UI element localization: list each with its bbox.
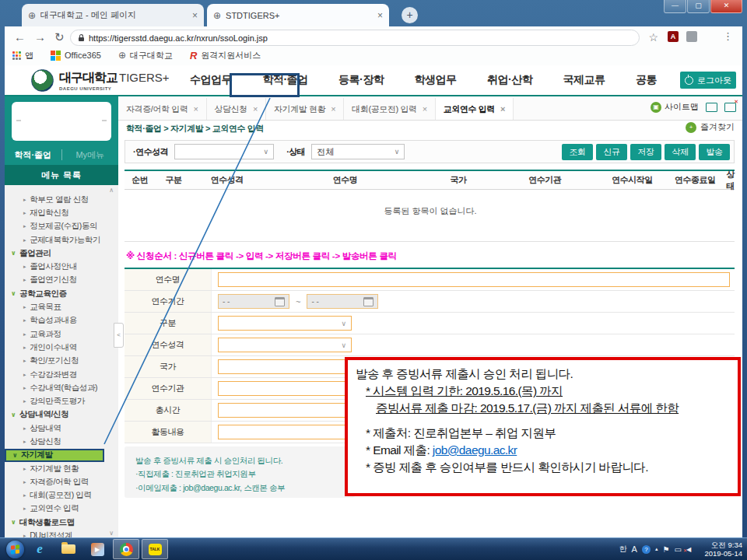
sidebar-item[interactable]: ▸졸업연기신청 xyxy=(5,274,118,287)
sidebar-tab-records[interactable]: 학적·졸업 xyxy=(5,145,61,165)
sidebar-item[interactable]: ▸학습성과내용 xyxy=(5,314,118,327)
taskbar-chrome-icon[interactable] xyxy=(113,539,139,559)
maximize-button[interactable]: ▢ xyxy=(687,0,710,13)
logout-button[interactable]: 로그아웃 xyxy=(680,72,736,89)
tab-external-training-input[interactable]: 교외연수 입력× xyxy=(436,98,514,120)
sidebar-collapse-handle[interactable]: < xyxy=(114,323,124,348)
taskbar-mediaplayer-icon[interactable]: ▶ xyxy=(84,539,110,559)
taskbar-ie-icon[interactable]: e xyxy=(26,539,53,559)
scroll-down-icon[interactable]: ∨ xyxy=(109,530,114,537)
status-filter-select[interactable]: 전체 ∨ xyxy=(311,144,405,159)
close-window-button[interactable]: ✕ xyxy=(710,0,742,13)
reload-icon[interactable]: ↻ xyxy=(54,30,65,44)
sidebar-category[interactable]: ∨공학교육인증 xyxy=(5,287,118,300)
sidebar-item[interactable]: ▸상담내역 xyxy=(5,422,118,435)
sidebar-category[interactable]: ∨상담내역/신청 xyxy=(5,408,118,422)
ime-korean-icon[interactable]: 한 xyxy=(619,544,627,555)
browser-menu-icon[interactable]: ⋮ xyxy=(723,30,733,42)
nav-item-registration[interactable]: 등록·장학 xyxy=(338,73,384,87)
sidebar-item[interactable]: ▸정보제공(수집)동의 xyxy=(5,220,118,233)
new-button[interactable]: 신규 xyxy=(596,144,627,160)
bookmark-apps[interactable]: 앱 xyxy=(12,50,33,61)
address-bar[interactable]: https://tigersstd.daegu.ac.kr/nxrun/ssoL… xyxy=(70,30,640,46)
volume-muted-icon[interactable]: ▶ xyxy=(686,546,691,553)
close-all-windows-icon[interactable] xyxy=(724,103,736,112)
new-tab-button[interactable]: + xyxy=(402,7,418,23)
close-tab-icon[interactable]: × xyxy=(423,104,427,114)
sidebar-item[interactable]: ▸졸업사정안내 xyxy=(5,260,118,273)
network-icon[interactable]: ▭ xyxy=(674,545,681,554)
ime-latin-icon[interactable]: A xyxy=(632,544,637,554)
bookmark-star-icon[interactable]: ☆ xyxy=(648,31,658,44)
close-tab-icon[interactable]: × xyxy=(253,104,258,114)
scroll-up-icon[interactable]: ∧ xyxy=(109,187,114,194)
calendar-icon[interactable] xyxy=(275,297,285,306)
forward-icon[interactable]: → xyxy=(34,30,46,44)
sidebar-item[interactable]: ▸교외연수 입력 xyxy=(5,502,118,516)
sidebar-item[interactable]: ▸재입학신청 xyxy=(5,206,118,219)
sidebar-item[interactable]: ▸대회(공모전) 입력 xyxy=(5,489,118,502)
sidebar-item[interactable]: ▸군제대복학가능학기 xyxy=(5,233,118,247)
tab-counsel-request[interactable]: 상담신청× xyxy=(207,98,266,120)
institution-input[interactable] xyxy=(218,381,353,396)
sidebar-item[interactable]: ▸수강내역(학습성과) xyxy=(5,381,118,394)
bookmark-remote-support[interactable]: R 원격지원서비스 xyxy=(190,50,261,61)
end-date-input[interactable]: - - xyxy=(307,294,378,309)
sidebar-category-self-development[interactable]: ∨자기계발 xyxy=(5,449,104,462)
taskbar-kakaotalk-icon[interactable]: TALK xyxy=(142,539,168,559)
sidebar-item[interactable]: ▸상담신청 xyxy=(5,435,118,448)
url-text[interactable]: https://tigersstd.daegu.ac.kr/nxrun/ssoL… xyxy=(89,33,268,43)
close-tab-icon[interactable]: × xyxy=(192,10,198,21)
sidebar-tab-mymenu[interactable]: My메뉴 xyxy=(62,145,119,165)
close-tab-icon[interactable]: × xyxy=(377,10,383,21)
start-button[interactable] xyxy=(6,541,24,558)
save-button[interactable]: 저장 xyxy=(630,144,661,160)
delete-button[interactable]: 삭제 xyxy=(665,144,696,160)
taskbar-clock[interactable]: 오전 9:34 2019-05-14 xyxy=(704,541,742,558)
nav-item-common[interactable]: 공통 xyxy=(636,73,657,87)
tab-contest-input[interactable]: 대회(공모전) 입력× xyxy=(344,98,435,120)
cascade-windows-icon[interactable] xyxy=(706,103,717,112)
sidebar-category[interactable]: ∨대학생활로드맵 xyxy=(5,516,118,529)
browser-tab-stdtigers[interactable]: ⊕ STDTIGERS+ × xyxy=(207,4,389,26)
training-nature-select[interactable]: ∨ xyxy=(218,338,352,352)
nav-item-classes[interactable]: 수업업무 xyxy=(190,73,232,87)
total-hours-input[interactable] xyxy=(218,403,353,418)
close-tab-icon[interactable]: × xyxy=(331,104,335,114)
tray-expand-icon[interactable]: ▴ xyxy=(655,546,658,552)
taskbar-explorer-icon[interactable] xyxy=(55,539,82,559)
sidebar-item[interactable]: ▸교육과정 xyxy=(5,327,118,341)
help-tray-icon[interactable]: ? xyxy=(642,545,651,554)
nav-item-student-affairs[interactable]: 학생업무 xyxy=(415,73,457,87)
send-button[interactable]: 발송 xyxy=(699,144,730,160)
search-button[interactable]: 조회 xyxy=(562,144,593,160)
sidebar-item[interactable]: ▸자기계발 현황 xyxy=(5,462,118,475)
training-name-input[interactable] xyxy=(218,272,730,287)
action-center-flag-icon[interactable]: ⚑ xyxy=(662,545,669,554)
bookmark-office365[interactable]: Office365 xyxy=(51,51,101,61)
country-input[interactable] xyxy=(218,359,353,374)
minimize-button[interactable]: — xyxy=(664,0,686,13)
sidebar-item[interactable]: ▸개인이수내역 xyxy=(5,341,118,354)
close-tab-icon[interactable]: × xyxy=(500,104,505,114)
sidebar-item[interactable]: ▸확인/포기신청 xyxy=(5,355,118,368)
sidebar-item[interactable]: ▸자격증/어학 입력 xyxy=(5,475,118,488)
email-link[interactable]: job@daegu.ac.kr xyxy=(433,443,517,457)
sidebar-item[interactable]: ▸학부모 열람 신청 xyxy=(5,193,118,206)
sidebar-item[interactable]: ▸교육목표 xyxy=(5,300,118,313)
sidebar-category[interactable]: ∨졸업관리 xyxy=(5,247,118,260)
sitemap-button[interactable]: ▣ 사이트맵 xyxy=(651,101,699,113)
nav-item-international[interactable]: 국제교류 xyxy=(563,73,605,87)
tab-self-development-status[interactable]: 자기계발 현황× xyxy=(266,98,344,120)
browser-tab-daegu[interactable]: ⊕ 대구대학교 - 메인 페이지 × xyxy=(22,4,204,26)
sidebar-item[interactable]: ▸강의만족도평가 xyxy=(5,394,118,408)
sidebar-item[interactable]: ▸수강강좌변경 xyxy=(5,368,118,381)
start-date-input[interactable]: - - xyxy=(218,294,289,309)
adobe-extension-icon[interactable]: A xyxy=(668,31,679,42)
nav-item-employment[interactable]: 취업·산학 xyxy=(487,73,532,87)
extension-icon[interactable] xyxy=(686,31,697,42)
bookmark-daegu-univ[interactable]: ⊕ 대구대학교 xyxy=(118,50,173,61)
add-favorite-button[interactable]: + 즐겨찾기 xyxy=(686,121,735,133)
tab-certificate-language[interactable]: 자격증/어학 입력× xyxy=(118,98,207,120)
close-tab-icon[interactable]: × xyxy=(194,104,198,114)
